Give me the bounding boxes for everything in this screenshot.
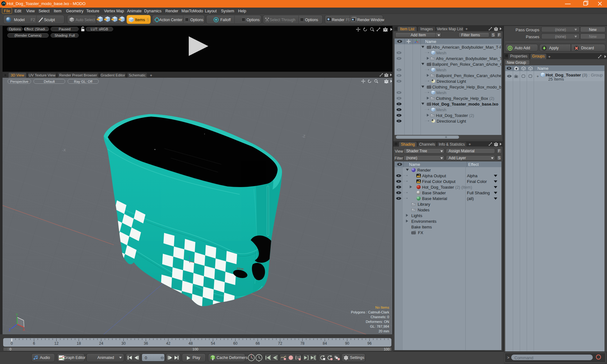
svg-text:-X: -X xyxy=(62,148,66,152)
svg-text:90: 90 xyxy=(345,341,349,346)
svg-text:42: 42 xyxy=(166,341,171,346)
svg-text:X: X xyxy=(23,328,25,331)
svg-text:Z: Z xyxy=(9,328,11,332)
svg-text:72: 72 xyxy=(278,341,282,346)
svg-text:100: 100 xyxy=(193,347,198,351)
svg-text:No Items: No Items xyxy=(375,306,389,309)
svg-text:24: 24 xyxy=(99,341,103,346)
svg-text:66: 66 xyxy=(255,341,260,346)
svg-text:100: 100 xyxy=(384,347,389,351)
svg-text:Deformers: ON: Deformers: ON xyxy=(366,320,389,324)
svg-text:Channels: 0: Channels: 0 xyxy=(371,315,389,319)
svg-text:0: 0 xyxy=(9,347,11,351)
svg-text:6: 6 xyxy=(33,341,35,346)
svg-text:96: 96 xyxy=(367,341,372,346)
svg-text:Y: Y xyxy=(16,313,18,317)
svg-text:0: 0 xyxy=(11,341,13,346)
svg-text:48: 48 xyxy=(188,341,193,346)
svg-text:-Z: -Z xyxy=(302,134,305,138)
svg-text:12: 12 xyxy=(54,341,59,346)
svg-text:18: 18 xyxy=(77,341,81,346)
svg-text:GL: 787,984: GL: 787,984 xyxy=(370,325,389,328)
svg-text:84: 84 xyxy=(323,341,327,346)
svg-text:36: 36 xyxy=(144,341,148,346)
svg-text:20 mm: 20 mm xyxy=(378,329,389,333)
svg-text:78: 78 xyxy=(300,341,305,346)
svg-text:60: 60 xyxy=(233,341,238,346)
svg-text:Polygons : Catmull-Clark: Polygons : Catmull-Clark xyxy=(351,310,389,314)
svg-text:54: 54 xyxy=(211,341,215,346)
svg-text:30: 30 xyxy=(121,341,126,346)
